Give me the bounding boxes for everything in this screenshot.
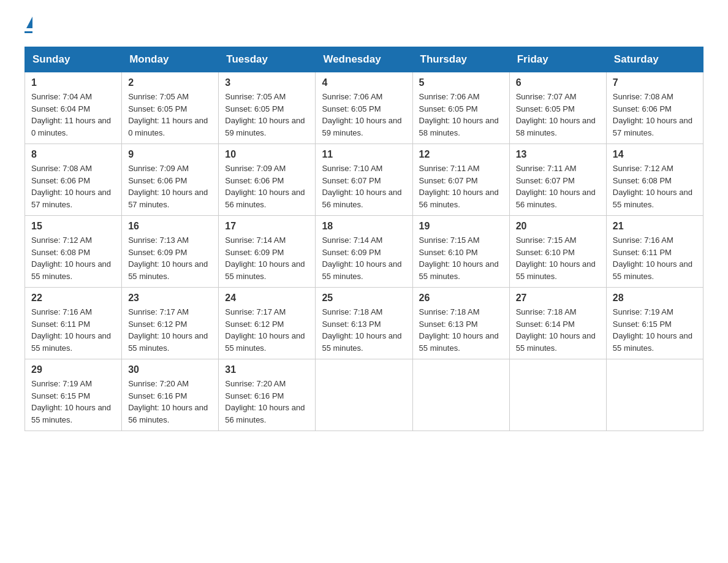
daylight-label: Daylight: 10 hours and 56 minutes. [225,188,305,209]
day-cell: 9 Sunrise: 7:09 AM Sunset: 6:06 PM Dayli… [122,144,219,216]
sunrise-label: Sunrise: 7:09 AM [128,164,189,173]
sunrise-label: Sunrise: 7:12 AM [31,236,92,245]
day-number: 3 [225,77,309,88]
sunset-label: Sunset: 6:10 PM [516,248,575,257]
sunset-label: Sunset: 6:16 PM [128,391,187,400]
day-info: Sunrise: 7:09 AM Sunset: 6:06 PM Dayligh… [128,163,212,210]
sunrise-label: Sunrise: 7:13 AM [128,236,189,245]
daylight-label: Daylight: 10 hours and 55 minutes. [225,259,305,281]
day-number: 9 [128,149,212,160]
daylight-label: Daylight: 10 hours and 58 minutes. [419,116,499,137]
sunrise-label: Sunrise: 7:08 AM [31,164,92,173]
day-cell: 2 Sunrise: 7:05 AM Sunset: 6:05 PM Dayli… [122,72,219,144]
sunset-label: Sunset: 6:13 PM [322,320,381,329]
daylight-label: Daylight: 10 hours and 58 minutes. [516,116,596,137]
sunrise-label: Sunrise: 7:11 AM [516,164,577,173]
sunrise-label: Sunrise: 7:12 AM [613,164,673,173]
day-number: 2 [128,77,212,88]
day-number: 25 [322,293,406,304]
day-info: Sunrise: 7:17 AM Sunset: 6:12 PM Dayligh… [225,306,309,354]
day-number: 4 [322,77,406,88]
daylight-label: Daylight: 10 hours and 57 minutes. [31,188,111,209]
day-info: Sunrise: 7:19 AM Sunset: 6:15 PM Dayligh… [31,378,115,426]
logo [25,18,32,34]
sunrise-label: Sunrise: 7:06 AM [419,92,480,101]
day-cell: 5 Sunrise: 7:06 AM Sunset: 6:05 PM Dayli… [412,72,509,144]
sunset-label: Sunset: 6:11 PM [613,248,672,257]
day-cell: 17 Sunrise: 7:14 AM Sunset: 6:09 PM Dayl… [219,216,316,288]
day-cell [412,359,509,431]
sunrise-label: Sunrise: 7:19 AM [613,307,673,316]
day-number: 22 [31,293,115,304]
day-number: 29 [31,364,115,375]
sunset-label: Sunset: 6:07 PM [516,176,575,185]
day-header-tuesday: Tuesday [219,47,316,72]
day-info: Sunrise: 7:18 AM Sunset: 6:14 PM Dayligh… [516,306,600,354]
day-info: Sunrise: 7:05 AM Sunset: 6:05 PM Dayligh… [225,91,309,139]
day-cell: 16 Sunrise: 7:13 AM Sunset: 6:09 PM Dayl… [122,216,219,288]
day-cell [509,359,606,431]
day-info: Sunrise: 7:20 AM Sunset: 6:16 PM Dayligh… [225,378,309,426]
day-number: 17 [225,221,309,232]
daylight-label: Daylight: 10 hours and 56 minutes. [419,188,499,209]
sunset-label: Sunset: 6:06 PM [225,176,284,185]
day-number: 26 [419,293,503,304]
day-number: 12 [419,149,503,160]
day-number: 16 [128,221,212,232]
day-cell: 8 Sunrise: 7:08 AM Sunset: 6:06 PM Dayli… [25,144,122,216]
sunrise-label: Sunrise: 7:16 AM [31,307,92,316]
sunset-label: Sunset: 6:10 PM [419,248,478,257]
sunset-label: Sunset: 6:06 PM [128,176,187,185]
daylight-label: Daylight: 10 hours and 55 minutes. [419,259,499,281]
day-cell: 30 Sunrise: 7:20 AM Sunset: 6:16 PM Dayl… [122,359,219,431]
day-cell: 25 Sunrise: 7:18 AM Sunset: 6:13 PM Dayl… [316,288,412,359]
sunrise-label: Sunrise: 7:19 AM [31,379,92,388]
daylight-label: Daylight: 10 hours and 55 minutes. [31,259,111,281]
daylight-label: Daylight: 10 hours and 55 minutes. [322,259,401,281]
sunset-label: Sunset: 6:12 PM [128,320,187,329]
day-info: Sunrise: 7:18 AM Sunset: 6:13 PM Dayligh… [322,306,406,354]
sunrise-label: Sunrise: 7:08 AM [613,92,673,101]
day-cell: 6 Sunrise: 7:07 AM Sunset: 6:05 PM Dayli… [509,72,606,144]
day-cell: 28 Sunrise: 7:19 AM Sunset: 6:15 PM Dayl… [606,288,703,359]
sunset-label: Sunset: 6:06 PM [613,104,672,113]
daylight-label: Daylight: 10 hours and 59 minutes. [225,116,305,137]
sunrise-label: Sunrise: 7:05 AM [128,92,189,101]
daylight-label: Daylight: 10 hours and 55 minutes. [613,259,692,281]
day-cell: 23 Sunrise: 7:17 AM Sunset: 6:12 PM Dayl… [122,288,219,359]
day-info: Sunrise: 7:14 AM Sunset: 6:09 PM Dayligh… [322,234,406,282]
sunset-label: Sunset: 6:06 PM [31,176,90,185]
day-cell: 14 Sunrise: 7:12 AM Sunset: 6:08 PM Dayl… [606,144,703,216]
day-number: 7 [613,77,697,88]
sunrise-label: Sunrise: 7:09 AM [225,164,286,173]
daylight-label: Daylight: 10 hours and 55 minutes. [31,331,111,353]
daylight-label: Daylight: 10 hours and 56 minutes. [516,188,596,209]
day-cell: 1 Sunrise: 7:04 AM Sunset: 6:04 PM Dayli… [25,72,122,144]
day-info: Sunrise: 7:08 AM Sunset: 6:06 PM Dayligh… [613,91,697,139]
day-cell: 4 Sunrise: 7:06 AM Sunset: 6:05 PM Dayli… [316,72,412,144]
sunrise-label: Sunrise: 7:14 AM [225,236,286,245]
sunrise-label: Sunrise: 7:18 AM [419,307,480,316]
day-cell: 11 Sunrise: 7:10 AM Sunset: 6:07 PM Dayl… [316,144,412,216]
day-info: Sunrise: 7:06 AM Sunset: 6:05 PM Dayligh… [322,91,406,139]
day-info: Sunrise: 7:05 AM Sunset: 6:05 PM Dayligh… [128,91,212,139]
sunrise-label: Sunrise: 7:15 AM [419,236,480,245]
daylight-label: Daylight: 10 hours and 55 minutes. [128,331,208,353]
day-cell: 22 Sunrise: 7:16 AM Sunset: 6:11 PM Dayl… [25,288,122,359]
day-number: 15 [31,221,115,232]
day-info: Sunrise: 7:17 AM Sunset: 6:12 PM Dayligh… [128,306,212,354]
sunset-label: Sunset: 6:09 PM [225,248,284,257]
sunset-label: Sunset: 6:12 PM [225,320,284,329]
day-info: Sunrise: 7:19 AM Sunset: 6:15 PM Dayligh… [613,306,697,354]
sunset-label: Sunset: 6:04 PM [31,104,90,113]
day-info: Sunrise: 7:09 AM Sunset: 6:06 PM Dayligh… [225,163,309,210]
day-cell: 19 Sunrise: 7:15 AM Sunset: 6:10 PM Dayl… [412,216,509,288]
day-number: 27 [516,293,600,304]
day-cell: 10 Sunrise: 7:09 AM Sunset: 6:06 PM Dayl… [219,144,316,216]
day-info: Sunrise: 7:16 AM Sunset: 6:11 PM Dayligh… [613,234,697,282]
daylight-label: Daylight: 10 hours and 55 minutes. [613,188,692,209]
day-cell: 13 Sunrise: 7:11 AM Sunset: 6:07 PM Dayl… [509,144,606,216]
logo-triangle-icon [26,17,32,28]
daylight-label: Daylight: 10 hours and 55 minutes. [225,331,305,353]
day-info: Sunrise: 7:20 AM Sunset: 6:16 PM Dayligh… [128,378,212,426]
